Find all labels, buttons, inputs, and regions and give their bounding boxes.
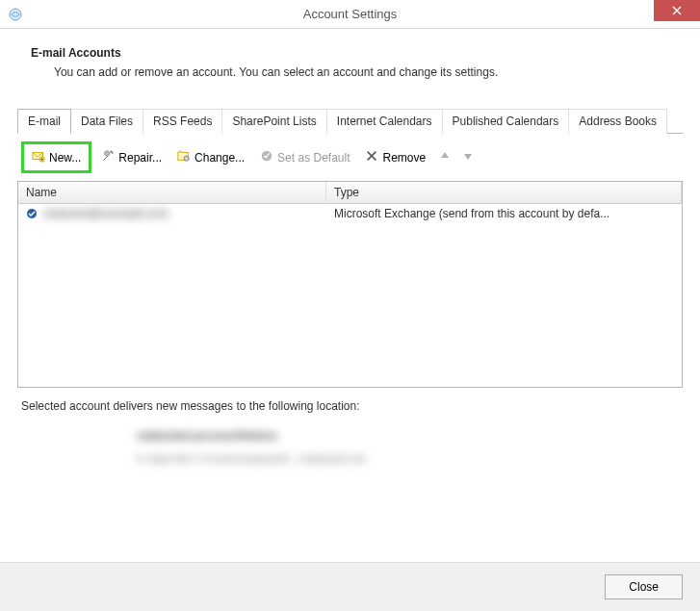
change-button-label: Change... (194, 151, 245, 165)
x-icon (365, 149, 378, 165)
envelope-new-icon (32, 149, 45, 165)
delivery-location-path: redacted.account\Inbox (137, 426, 277, 446)
remove-button-label: Remove (382, 151, 426, 165)
tabs: E-mail Data Files RSS Feeds SharePoint L… (17, 108, 683, 134)
repair-button[interactable]: Repair... (95, 146, 168, 168)
set-default-button[interactable]: Set as Default (254, 146, 355, 168)
page-description: You can add or remove an account. You ca… (54, 65, 683, 79)
list-row[interactable]: redacted@example.com Microsoft Exchange … (18, 204, 682, 223)
delivery-location-file: in data file C:\Users\redacted\...\redac… (137, 450, 365, 469)
column-header-type[interactable]: Type (326, 182, 682, 203)
tab-internet-calendars[interactable]: Internet Calendars (327, 109, 443, 134)
default-account-icon (26, 208, 38, 219)
list-body: redacted@example.com Microsoft Exchange … (18, 204, 682, 387)
tab-address-books[interactable]: Address Books (569, 109, 667, 134)
change-button[interactable]: Change... (171, 146, 250, 168)
repair-button-label: Repair... (118, 151, 162, 165)
column-header-name[interactable]: Name (18, 182, 326, 203)
new-button[interactable]: New... (26, 146, 87, 168)
account-name: redacted@example.com (43, 207, 169, 220)
highlight-annotation: New... (21, 141, 91, 173)
page-title: E-mail Accounts (31, 46, 683, 60)
toolbar: New... Repair... Change... Set as Defa (17, 134, 683, 181)
check-circle-icon (260, 149, 273, 165)
content-area: E-mail Accounts You can add or remove an… (0, 29, 700, 469)
wrench-icon (101, 149, 115, 165)
footer: Close (0, 562, 700, 611)
set-default-button-label: Set as Default (277, 151, 350, 165)
delivery-location-label: Selected account delivers new messages t… (21, 399, 683, 413)
folder-gear-icon (177, 149, 191, 165)
tab-data-files[interactable]: Data Files (71, 109, 143, 134)
tab-published-calendars[interactable]: Published Calendars (443, 109, 570, 134)
tab-email[interactable]: E-mail (17, 109, 71, 134)
svg-point-4 (184, 156, 189, 161)
move-down-button[interactable] (458, 150, 478, 165)
remove-button[interactable]: Remove (359, 146, 431, 168)
list-header: Name Type (18, 182, 682, 204)
close-button[interactable]: Close (605, 574, 683, 599)
titlebar: Account Settings (0, 0, 700, 29)
window-close-button[interactable] (654, 0, 700, 21)
tab-sharepoint-lists[interactable]: SharePoint Lists (222, 109, 326, 134)
app-icon (8, 7, 23, 22)
delivery-location-section: Selected account delivers new messages t… (17, 388, 683, 469)
window-title: Account Settings (303, 7, 398, 21)
account-list: Name Type redacted@example.com Microsoft… (17, 181, 683, 388)
new-button-label: New... (49, 151, 81, 165)
tab-rss-feeds[interactable]: RSS Feeds (143, 109, 222, 134)
move-up-button[interactable] (435, 150, 454, 165)
account-type: Microsoft Exchange (send from this accou… (334, 207, 674, 220)
